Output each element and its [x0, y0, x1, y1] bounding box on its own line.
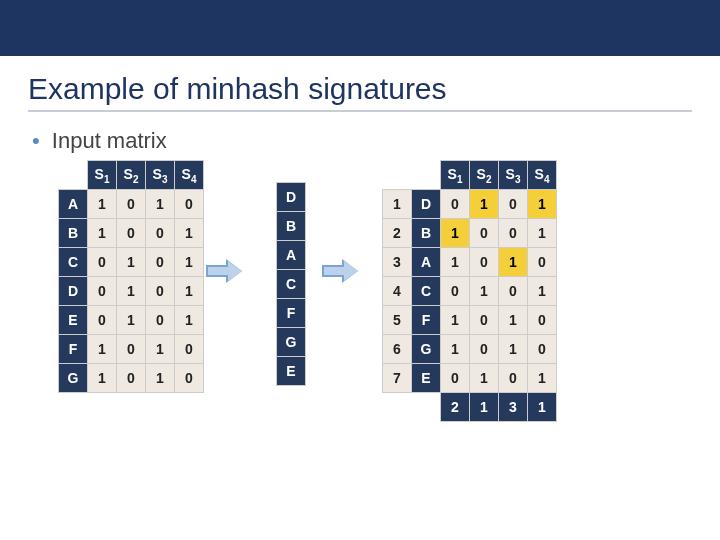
data-cell: 1	[88, 219, 117, 248]
index-cell: 3	[383, 248, 412, 277]
table-row: C	[277, 270, 306, 299]
table-row: E	[277, 357, 306, 386]
data-cell: 0	[499, 190, 528, 219]
data-cell: 1	[441, 306, 470, 335]
signature-cell: 1	[528, 393, 557, 422]
perm-cell: F	[277, 299, 306, 328]
row-header: B	[59, 219, 88, 248]
data-cell: 0	[88, 306, 117, 335]
header-row: S1 S2 S3 S4	[383, 161, 557, 190]
table-row: B1001	[59, 219, 204, 248]
col-header: S1	[88, 161, 117, 190]
perm-cell: G	[277, 328, 306, 357]
highlight-cell: 1	[441, 219, 470, 248]
data-cell: 0	[88, 248, 117, 277]
data-cell: 1	[146, 364, 175, 393]
row-header: F	[412, 306, 441, 335]
row-header: E	[59, 306, 88, 335]
permuted-matrix-table: S1 S2 S3 S4 1D01012B10013A10104C01015F10…	[382, 160, 557, 422]
arrow-column	[320, 160, 366, 280]
data-cell: 0	[470, 306, 499, 335]
data-cell: 0	[146, 306, 175, 335]
slide-subtitle: • Input matrix	[32, 128, 720, 154]
perm-cell: D	[277, 183, 306, 212]
table-row: 3A1010	[383, 248, 557, 277]
data-cell: 1	[499, 335, 528, 364]
data-cell: 1	[117, 277, 146, 306]
table-row: D	[277, 183, 306, 212]
perm-cell: E	[277, 357, 306, 386]
arrow-icon	[322, 262, 362, 280]
index-cell: 1	[383, 190, 412, 219]
bullet-icon: •	[32, 128, 40, 153]
slide-title: Example of minhash signatures	[28, 72, 720, 106]
data-cell: 0	[146, 248, 175, 277]
blank-cell	[383, 161, 412, 190]
signature-row: 2 1 3 1	[383, 393, 557, 422]
data-cell: 1	[117, 248, 146, 277]
data-cell: 0	[470, 219, 499, 248]
perm-cell: C	[277, 270, 306, 299]
data-cell: 1	[470, 277, 499, 306]
col-header: S1	[441, 161, 470, 190]
data-cell: 1	[499, 306, 528, 335]
col-header: S2	[117, 161, 146, 190]
table-row: 7E0101	[383, 364, 557, 393]
perm-cell: A	[277, 241, 306, 270]
col-header: S2	[470, 161, 499, 190]
data-cell: 0	[117, 219, 146, 248]
permutation-table: DBACFGE	[276, 182, 306, 386]
data-cell: 1	[146, 190, 175, 219]
data-cell: 1	[88, 190, 117, 219]
data-cell: 0	[441, 190, 470, 219]
table-row: G	[277, 328, 306, 357]
data-cell: 0	[117, 190, 146, 219]
title-underline	[28, 110, 692, 112]
row-header: D	[59, 277, 88, 306]
row-header: A	[412, 248, 441, 277]
table-row: E0101	[59, 306, 204, 335]
perm-cell: B	[277, 212, 306, 241]
blank-cell	[383, 393, 412, 422]
arrow-icon	[206, 262, 246, 280]
subtitle-text: Input matrix	[52, 128, 167, 153]
data-cell: 1	[441, 335, 470, 364]
data-cell: 1	[175, 277, 204, 306]
highlight-cell: 1	[528, 190, 557, 219]
table-row: D0101	[59, 277, 204, 306]
data-cell: 0	[528, 306, 557, 335]
table-row: 6G1010	[383, 335, 557, 364]
input-matrix-table: S1 S2 S3 S4 A1010B1001C0101D0101E0101F10…	[58, 160, 204, 393]
index-cell: 7	[383, 364, 412, 393]
row-header: C	[412, 277, 441, 306]
signature-cell: 2	[441, 393, 470, 422]
index-cell: 2	[383, 219, 412, 248]
highlight-cell: 1	[470, 190, 499, 219]
table-row: B	[277, 212, 306, 241]
data-cell: 1	[470, 364, 499, 393]
table-row: C0101	[59, 248, 204, 277]
data-cell: 0	[146, 219, 175, 248]
blank-cell	[412, 161, 441, 190]
data-cell: 0	[441, 277, 470, 306]
data-cell: 0	[528, 335, 557, 364]
table-row: G1010	[59, 364, 204, 393]
data-cell: 1	[88, 364, 117, 393]
col-header: S4	[528, 161, 557, 190]
data-cell: 0	[528, 248, 557, 277]
data-cell: 1	[528, 277, 557, 306]
data-cell: 1	[528, 219, 557, 248]
arrow-column	[204, 160, 250, 280]
data-cell: 1	[88, 335, 117, 364]
col-header: S4	[175, 161, 204, 190]
col-header: S3	[146, 161, 175, 190]
table-row: 4C0101	[383, 277, 557, 306]
content-row: S1 S2 S3 S4 A1010B1001C0101D0101E0101F10…	[0, 160, 720, 422]
data-cell: 0	[88, 277, 117, 306]
row-header: F	[59, 335, 88, 364]
header-row: S1 S2 S3 S4	[59, 161, 204, 190]
slide-top-bar	[0, 0, 720, 56]
signature-cell: 3	[499, 393, 528, 422]
data-cell: 0	[175, 335, 204, 364]
row-header: C	[59, 248, 88, 277]
